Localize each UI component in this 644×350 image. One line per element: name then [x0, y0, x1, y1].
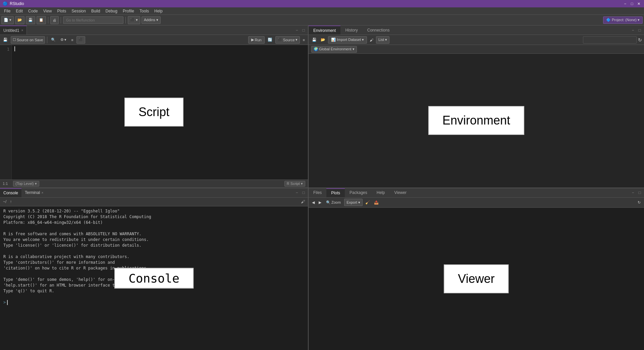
minimize-button[interactable]: − — [623, 1, 628, 6]
terminal-tab[interactable]: Terminal × — [21, 188, 47, 197]
menu-tools[interactable]: Tools — [137, 8, 152, 14]
env-load-button[interactable]: 📂 — [319, 36, 327, 44]
menu-build[interactable]: Build — [89, 8, 103, 14]
console-cursor — [7, 300, 8, 305]
viewer-next-button[interactable]: ▶ — [317, 199, 323, 206]
env-brush-button[interactable]: 🖌 — [368, 36, 375, 44]
console-demo-1: Type 'demo()' for some demos, 'help()' f… — [3, 277, 305, 283]
terminal-tab-close[interactable]: × — [41, 191, 43, 195]
script-tools-button[interactable]: ⚙▾ — [59, 36, 68, 44]
console-toolbar: ~/ ↑ 🖌 — [0, 198, 308, 206]
open-file-button[interactable]: 📂 — [15, 16, 24, 24]
list-view-button[interactable]: List ▾ — [376, 36, 389, 44]
maximize-button[interactable]: □ — [629, 1, 635, 6]
project-nav-button[interactable]: ⬛▾ — [128, 16, 140, 24]
history-tab-label: History — [345, 28, 358, 33]
goto-input[interactable] — [63, 16, 123, 24]
env-save-icon: 💾 — [312, 38, 317, 42]
env-maximize-button[interactable]: □ — [637, 27, 643, 33]
source-on-save-button[interactable]: ☐ Source on Save — [11, 36, 45, 44]
console-prev-button[interactable]: ↑ — [9, 199, 13, 204]
save-button[interactable]: 💾 — [26, 16, 35, 24]
project-badge[interactable]: 🔷 Project: (None) ▾ — [603, 16, 643, 24]
packages-tab-label: Packages — [350, 190, 367, 195]
rerun-icon: 🔄 — [268, 38, 272, 42]
source-button[interactable]: ⬛ Source ▾ — [275, 36, 300, 44]
menu-code[interactable]: Code — [25, 8, 41, 14]
menu-help[interactable]: Help — [152, 8, 165, 14]
console-maximize-button[interactable]: □ — [301, 190, 307, 196]
menu-view[interactable]: View — [41, 8, 55, 14]
script-block-button[interactable]: ⬛ — [76, 36, 85, 44]
save-all-button[interactable]: 📋 — [37, 16, 46, 24]
env-save-button[interactable]: 💾 — [311, 36, 318, 44]
code-area[interactable] — [12, 45, 308, 180]
script-save-button[interactable]: 💾 — [1, 36, 9, 44]
viewer-broom-button[interactable]: 🧹 — [364, 199, 371, 206]
console-clear-button[interactable]: 🖌 — [300, 199, 306, 204]
script-codetools-button[interactable]: ≡ — [69, 36, 75, 44]
menu-session[interactable]: Session — [69, 8, 89, 14]
viewer-tab-files[interactable]: Files — [309, 188, 326, 197]
env-tab-environment[interactable]: Environment — [309, 26, 340, 35]
console-tab[interactable]: Console — [0, 188, 21, 197]
env-refresh-icon: ↻ — [638, 37, 642, 43]
menu-profile[interactable]: Profile — [120, 8, 137, 14]
viewer-export-button[interactable]: Export ▾ — [344, 199, 363, 206]
viewer-tab-plots[interactable]: Plots — [326, 188, 345, 197]
script-maximize-button[interactable]: □ — [301, 27, 307, 33]
save-icon: 💾 — [28, 18, 33, 22]
viewer-maximize-button[interactable]: □ — [637, 190, 643, 196]
viewer-minimize-button[interactable]: − — [630, 190, 636, 196]
filetype-selector[interactable]: R Script ▾ — [284, 181, 305, 187]
env-minimize-button[interactable]: − — [630, 27, 636, 33]
script-tab-bar: Untitled1 × − □ — [0, 26, 308, 35]
console-blank-2 — [3, 248, 305, 254]
source-arrow: ▾ — [296, 38, 298, 42]
menu-file[interactable]: File — [1, 8, 13, 14]
viewer-tab-packages[interactable]: Packages — [345, 188, 372, 197]
run-button[interactable]: ▶ Run — [248, 36, 265, 44]
close-button[interactable]: ✕ — [636, 1, 641, 6]
script-search-button[interactable]: 🔍 — [49, 36, 57, 44]
new-file-button[interactable]: 📄▾ — [1, 16, 14, 24]
viewer-label-overlay: Viewer — [444, 264, 508, 293]
viewer-tab-bar: Files Plots Packages Help Viewer − □ — [309, 188, 644, 198]
console-area[interactable]: R version 3.5.2 (2018-12-20) -- "Eggshel… — [0, 206, 308, 350]
script-minimize-button[interactable]: − — [294, 27, 300, 33]
script-area: 1 Script — [0, 45, 308, 180]
scope-selector[interactable]: (Top Level) ▾ — [13, 181, 39, 187]
import-dataset-icon: 📊 — [331, 38, 336, 42]
menu-plots[interactable]: Plots — [55, 8, 69, 14]
env-content: Environment is empty Environment — [309, 54, 644, 188]
title-bar-icon: 🔵 — [3, 1, 8, 6]
script-tab-close[interactable]: × — [21, 29, 23, 32]
env-search-input[interactable] — [583, 36, 637, 44]
toolbar-separator-1 — [48, 17, 48, 23]
print-button[interactable]: 🖨 — [50, 16, 59, 24]
viewer-prev-button[interactable]: ◀ — [311, 199, 316, 206]
run-label: Run — [255, 38, 262, 42]
script-tab-untitled1[interactable]: Untitled1 × — [0, 26, 27, 35]
env-empty-message: Environment is empty — [455, 118, 497, 123]
global-env-button[interactable]: 🌍 Global Environment ▾ — [311, 46, 357, 53]
viewer-zoom-button[interactable]: 🔍 Zoom — [324, 199, 343, 206]
rerun-button[interactable]: 🔄 — [266, 36, 274, 44]
menu-debug[interactable]: Debug — [103, 8, 120, 14]
script-more-button[interactable]: ≡ — [301, 36, 307, 44]
env-refresh-button[interactable]: ↻ — [638, 36, 642, 44]
console-tab-bar: Console Terminal × − □ — [0, 188, 308, 198]
menu-edit[interactable]: Edit — [13, 8, 25, 14]
console-clear-wd-button[interactable]: ~/ — [2, 199, 7, 204]
viewer-refresh-button[interactable]: ↻ — [636, 199, 642, 206]
console-minimize-button[interactable]: − — [294, 190, 300, 196]
viewer-tab-viewer[interactable]: Viewer — [389, 188, 411, 197]
viewer-publish-button[interactable]: 📤 — [373, 199, 380, 206]
source-on-save-label: Source on Save — [17, 38, 43, 42]
import-dataset-button[interactable]: 📊 Import Dataset ▾ — [328, 36, 367, 44]
viewer-tab-help[interactable]: Help — [372, 188, 390, 197]
script-codetools-icon: ≡ — [71, 38, 73, 42]
env-tab-connections[interactable]: Connections — [363, 26, 394, 35]
env-tab-history[interactable]: History — [340, 26, 362, 35]
addins-button[interactable]: Addins ▾ — [142, 16, 161, 24]
